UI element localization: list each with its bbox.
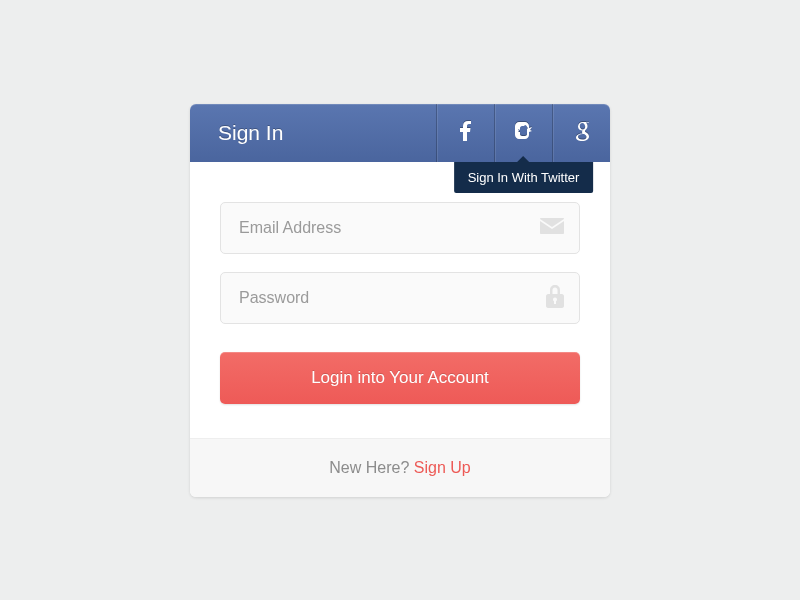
password-field-wrapper xyxy=(220,272,580,324)
mail-icon xyxy=(540,218,564,238)
footer-prompt: New Here? xyxy=(329,459,413,476)
signin-form: Login into Your Account xyxy=(190,162,610,438)
facebook-icon xyxy=(460,121,471,145)
email-field-wrapper xyxy=(220,202,580,254)
twitter-icon xyxy=(515,122,533,144)
facebook-button[interactable] xyxy=(436,104,494,162)
signin-header: Sign In Sign In With Twitter xyxy=(190,104,610,162)
email-input[interactable] xyxy=(220,202,580,254)
signup-link[interactable]: Sign Up xyxy=(414,459,471,476)
signin-footer: New Here? Sign Up xyxy=(190,438,610,497)
twitter-tooltip: Sign In With Twitter xyxy=(454,162,594,193)
google-icon xyxy=(574,121,590,145)
signin-title: Sign In xyxy=(190,104,436,162)
password-input[interactable] xyxy=(220,272,580,324)
signin-card: Sign In Sign In With Twitter xyxy=(190,104,610,497)
twitter-button[interactable]: Sign In With Twitter xyxy=(494,104,552,162)
login-button[interactable]: Login into Your Account xyxy=(220,352,580,404)
lock-icon xyxy=(546,284,564,312)
google-button[interactable] xyxy=(552,104,610,162)
